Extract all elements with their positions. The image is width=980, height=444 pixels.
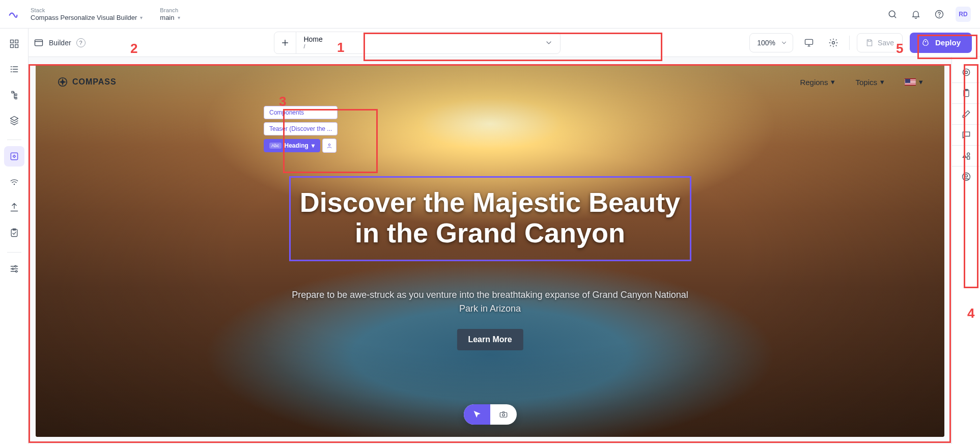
deploy-label: Deploy xyxy=(935,38,961,47)
branch-selector[interactable]: Branch main▾ xyxy=(160,7,241,21)
builder-help-icon[interactable]: ? xyxy=(76,38,86,47)
builder-toolbar: Builder ? Home / 100% Sa xyxy=(0,29,980,57)
branch-value: main xyxy=(160,14,174,21)
rail-settings[interactable] xyxy=(4,259,24,279)
tree-icon xyxy=(9,90,19,100)
help-button[interactable] xyxy=(932,7,946,21)
svg-point-18 xyxy=(965,71,967,74)
rrail-properties[interactable] xyxy=(956,62,976,82)
chevron-down-icon: ▾ xyxy=(178,15,180,20)
stack-value: Compass Personalize Visual Builder xyxy=(31,14,137,21)
rail-components[interactable] xyxy=(4,146,24,166)
save-icon xyxy=(865,39,874,47)
svg-rect-9 xyxy=(10,45,13,48)
canvas[interactable]: COMPASS Regions▾ Topics▾ ▾ Components Te… xyxy=(36,64,944,437)
cursor-icon xyxy=(472,410,482,419)
view-mode-pill xyxy=(464,404,517,425)
settings-button[interactable] xyxy=(825,34,842,51)
rail-tree[interactable] xyxy=(4,85,24,105)
nav-regions-label: Regions xyxy=(800,78,828,87)
rrail-edit[interactable] xyxy=(956,104,976,124)
user-avatar[interactable]: RD xyxy=(956,7,971,22)
crumb-components[interactable]: Components xyxy=(264,106,338,119)
rail-releases[interactable] xyxy=(4,223,24,243)
page-title: Home xyxy=(303,36,540,43)
svg-point-12 xyxy=(13,184,15,185)
view-mode-preview[interactable] xyxy=(490,404,517,425)
search-button[interactable] xyxy=(885,7,900,21)
clipboard-check-icon xyxy=(9,228,19,238)
divider xyxy=(849,36,850,50)
selected-heading-frame[interactable]: Discover the Majestic Beauty in the Gran… xyxy=(289,176,691,261)
flag-us-icon xyxy=(905,78,916,86)
list-icon xyxy=(9,64,19,74)
chevron-down-icon: ▾ xyxy=(312,142,315,149)
crumb-heading-label: Heading xyxy=(285,142,309,149)
upload-icon xyxy=(9,202,19,212)
chat-icon xyxy=(961,130,971,140)
device-preview-button[interactable] xyxy=(800,34,818,51)
notifications-button[interactable] xyxy=(909,7,923,21)
svg-point-2 xyxy=(939,16,940,17)
page-path: / xyxy=(303,43,540,49)
camera-icon xyxy=(499,410,508,419)
svg-point-17 xyxy=(963,69,969,75)
crumb-teaser[interactable]: Teaser (Discover the ... xyxy=(264,122,338,135)
shapes-icon xyxy=(961,151,971,161)
edit-icon xyxy=(961,109,971,119)
chevron-down-icon xyxy=(545,39,553,47)
svg-rect-10 xyxy=(15,45,18,48)
rrail-personalize[interactable] xyxy=(956,166,976,187)
clipboard-icon xyxy=(961,88,971,98)
rrail-content[interactable] xyxy=(956,83,976,103)
svg-point-0 xyxy=(889,11,895,17)
grid-icon xyxy=(9,39,19,49)
header-actions: RD xyxy=(885,7,971,22)
deploy-button[interactable]: Deploy xyxy=(910,33,972,53)
save-button[interactable]: Save xyxy=(857,33,903,52)
monitor-icon xyxy=(804,38,814,48)
rail-layers[interactable] xyxy=(4,110,24,130)
layers-icon xyxy=(9,115,19,125)
rail-divider xyxy=(7,140,21,140)
rrail-variants[interactable] xyxy=(956,146,976,166)
zoom-value: 100% xyxy=(757,39,775,47)
nav-regions[interactable]: Regions▾ xyxy=(800,77,835,87)
crumb-heading[interactable]: Abc Heading ▾ xyxy=(264,139,320,152)
page-selector[interactable]: Home / xyxy=(296,32,561,54)
svg-rect-8 xyxy=(15,40,18,43)
svg-rect-4 xyxy=(805,39,813,44)
rocket-icon xyxy=(921,38,930,47)
gear-icon xyxy=(828,38,838,48)
hero-cta-button[interactable]: Learn More xyxy=(457,329,523,350)
svg-point-14 xyxy=(14,265,16,267)
rail-dashboard[interactable] xyxy=(4,34,24,54)
rrail-comments[interactable] xyxy=(956,125,976,145)
svg-point-27 xyxy=(502,414,505,417)
rail-audience[interactable] xyxy=(4,172,24,192)
target-icon xyxy=(961,67,971,77)
builder-icon xyxy=(34,38,44,48)
svg-point-15 xyxy=(12,268,13,269)
zoom-selector[interactable]: 100% xyxy=(749,33,793,52)
help-icon xyxy=(934,9,944,19)
site-logo[interactable]: COMPASS xyxy=(57,76,117,88)
nav-topics[interactable]: Topics▾ xyxy=(855,77,884,87)
rail-list[interactable] xyxy=(4,59,24,79)
compass-logo-icon xyxy=(57,76,68,88)
svg-point-5 xyxy=(832,41,835,44)
hero-title[interactable]: Discover the Majestic Beauty in the Gran… xyxy=(296,187,685,248)
site-nav: Regions▾ Topics▾ ▾ xyxy=(800,77,923,87)
stack-selector[interactable]: Stack Compass Personalize Visual Builder… xyxy=(31,7,143,21)
locale-selector[interactable]: ▾ xyxy=(905,77,923,87)
plus-icon xyxy=(281,38,290,47)
hero-subtitle[interactable]: Prepare to be awe-struck as you venture … xyxy=(287,288,694,316)
view-mode-edit[interactable] xyxy=(464,404,490,425)
selection-breadcrumb: Components Teaser (Discover the ... Abc … xyxy=(264,106,338,153)
rail-publish[interactable] xyxy=(4,197,24,217)
stack-label: Stack xyxy=(31,7,143,13)
chevron-down-icon: ▾ xyxy=(831,77,835,87)
add-page-button[interactable] xyxy=(274,32,296,54)
chevron-down-icon: ▾ xyxy=(140,15,143,20)
crumb-action-button[interactable] xyxy=(322,138,337,153)
